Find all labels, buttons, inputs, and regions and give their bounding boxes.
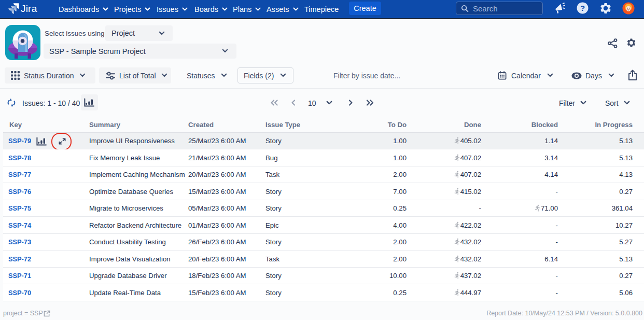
svg-text:?: ? — [580, 4, 585, 12]
